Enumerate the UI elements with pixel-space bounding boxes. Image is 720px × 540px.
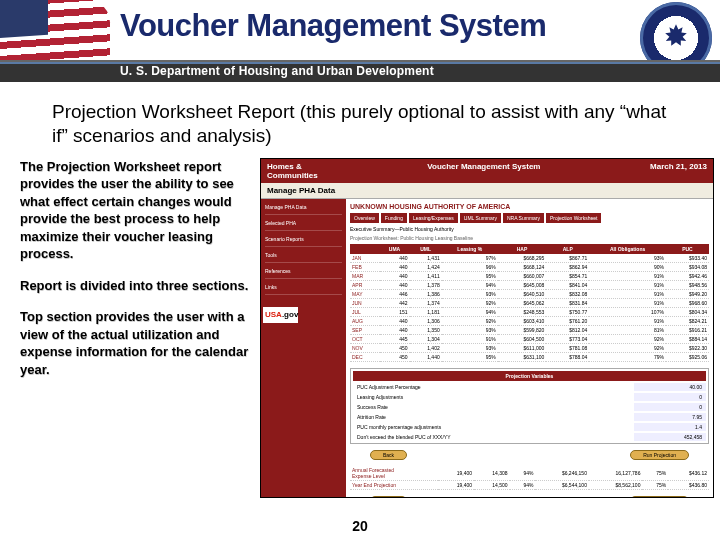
run-projection-button[interactable]: Run Projection [630, 496, 689, 498]
subtitle: Projection Worksheet Report (this purely… [0, 88, 720, 158]
paragraph-1: The Projection Worksheet report provides… [20, 158, 250, 263]
table-row: AUG4401,30692%$603,410$761.2091%$824.21 [350, 316, 709, 325]
tab[interactable]: Leasing/Expenses [409, 213, 458, 223]
page-number: 20 [0, 518, 720, 534]
table-row: NOV4501,40293%$611,000$781.0892%$922.30 [350, 343, 709, 352]
lower-summary-table: Annual ForecastedExpense Level19,40014,3… [350, 466, 709, 490]
tab-bar: Overview Funding Leasing/Expenses UML Su… [350, 213, 709, 223]
breadcrumb: Manage PHA Data [261, 183, 713, 199]
back-button[interactable]: Back [370, 496, 407, 498]
tab[interactable]: Overview [350, 213, 379, 223]
proj-var-row: Attrition Rate7.95 [353, 413, 706, 421]
table-row: SEP4401,35093%$599,820$812.0481%$916.21 [350, 325, 709, 334]
table-row: DEC4501,44095%$631,100$788.0479%$925.06 [350, 352, 709, 361]
sidebar-item[interactable]: Scenario Reports [265, 235, 342, 247]
table-row: JUL1511,18194%$248,553$750.77107%$804.34 [350, 307, 709, 316]
sidebar: Manage PHA Data Selected PHA Scenario Re… [261, 199, 346, 498]
table-row: JAN4401,43197%$668,295$867.7193%$933.40 [350, 254, 709, 263]
proj-vars-title: Projection Variables [353, 371, 706, 381]
sidebar-item[interactable]: Selected PHA [265, 219, 342, 231]
usagov-logo: USA.gov [263, 307, 298, 324]
utilization-table: UMAUMLLeasing %HAPALPAll ObligationsPUC … [350, 244, 709, 362]
proj-var-row: PUC Adjustment Percentage40.00 [353, 383, 706, 391]
table-row: OCT4451,30491%$604,500$773.0492%$884.14 [350, 334, 709, 343]
app-logo-text: Homes &Communities [267, 162, 318, 180]
date-stamp: March 21, 2013 [650, 162, 707, 180]
table-row: FEB4401,42496%$668,124$862.9490%$934.08 [350, 262, 709, 271]
app-name: Voucher Management System [427, 162, 540, 180]
proj-var-row: PUC monthly percentage adjustments1.4 [353, 423, 706, 431]
proj-var-row: Don't exceed the blended PUC of XXX/YY45… [353, 433, 706, 441]
tab[interactable]: UML Summary [460, 213, 501, 223]
vms-screenshot: Homes &Communities Voucher Management Sy… [260, 158, 714, 498]
table-row: MAY4461,38693%$640,510$832.0891%$949.20 [350, 289, 709, 298]
run-projection-button[interactable]: Run Projection [630, 450, 689, 460]
tab[interactable]: Funding [381, 213, 407, 223]
paragraph-3: Top section provides the user with a vie… [20, 308, 250, 378]
report-selector[interactable]: Executive Summary—Public Housing Authori… [350, 226, 709, 232]
paragraph-2: Report is divided into three sections. [20, 277, 250, 295]
sidebar-item[interactable]: References [265, 267, 342, 279]
tab[interactable]: NRA Summary [503, 213, 544, 223]
authority-banner: UNKNOWN HOUSING AUTHORITY OF AMERICA [350, 203, 709, 210]
sidebar-item[interactable]: Manage PHA Data [265, 203, 342, 215]
table-row: MAR4401,41195%$660,007$854.7191%$942.46 [350, 271, 709, 280]
proj-var-row: Success Rate0 [353, 403, 706, 411]
sidebar-item[interactable]: Tools [265, 251, 342, 263]
projection-variables-table: Projection Variables PUC Adjustment Perc… [350, 368, 709, 444]
dept-banner: U. S. Department of Housing and Urban De… [0, 60, 720, 82]
proj-var-row: Leasing Adjustments0 [353, 393, 706, 401]
sidebar-item[interactable]: Links [265, 283, 342, 295]
back-button[interactable]: Back [370, 450, 407, 460]
table-row: APR4401,37894%$645,008$841.0491%$948.56 [350, 280, 709, 289]
table-row: JUN4421,37492%$645,062$831.8491%$968.60 [350, 298, 709, 307]
page-title: Voucher Management System [120, 8, 546, 44]
tab[interactable]: Projection Worksheet [546, 213, 601, 223]
description-column: The Projection Worksheet report provides… [20, 158, 250, 498]
section-caption: Projection Worksheet: Public Housing Lea… [350, 235, 709, 241]
